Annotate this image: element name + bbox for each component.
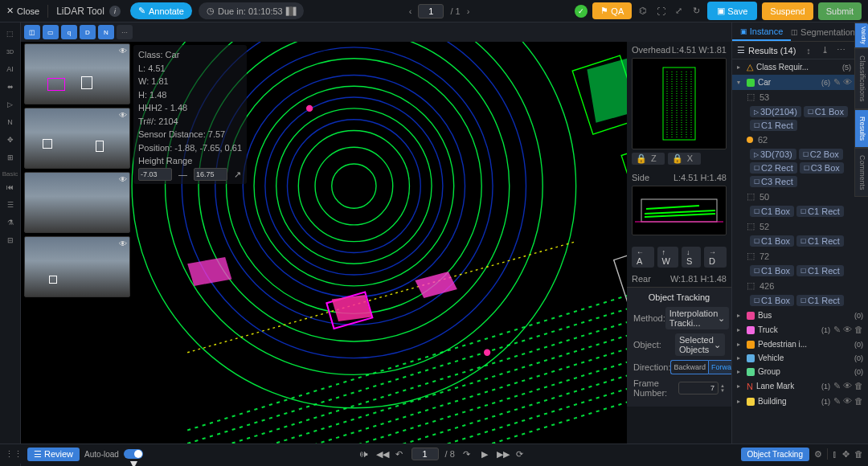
shape-point-icon[interactable]: q: [61, 25, 77, 39]
delete-icon[interactable]: 🗑: [854, 381, 863, 391]
tab-instance[interactable]: ▣ Instance: [732, 22, 791, 41]
edit-icon[interactable]: ✎: [833, 396, 841, 407]
node-class-req[interactable]: ▸ △ Class Requir... (5) ⋯: [732, 59, 868, 75]
tag[interactable]: ☐ C2 Box: [799, 149, 843, 160]
tag[interactable]: ☐ C1 Box: [750, 295, 794, 306]
edit-icon[interactable]: ↗: [234, 168, 241, 182]
edit-icon[interactable]: ✎: [833, 381, 841, 391]
shape-rect-icon[interactable]: ▭: [43, 25, 59, 39]
tag[interactable]: ☐ C1 Rect: [750, 120, 797, 131]
tool-n-icon[interactable]: N: [2, 114, 18, 130]
eye-icon[interactable]: 👁: [843, 325, 852, 335]
next-frame-icon[interactable]: ›: [467, 6, 470, 16]
eye-icon[interactable]: 👁: [843, 396, 852, 407]
tag[interactable]: ☐ C2 Rect: [750, 162, 797, 174]
review-button[interactable]: ☰Review: [27, 448, 80, 461]
side-view[interactable]: [632, 186, 727, 235]
coord-b-input[interactable]: [194, 168, 227, 182]
camera-thumb-4[interactable]: 👁: [24, 236, 130, 297]
pause-icon[interactable]: ❚❚: [286, 6, 296, 16]
object-select[interactable]: Selected Objects⌄: [675, 333, 725, 356]
next-icon[interactable]: ▶▶: [497, 449, 508, 460]
object-tracking-button[interactable]: Object Tracking: [741, 448, 809, 461]
frame-stepper[interactable]: ▲▼: [720, 383, 725, 393]
node-truck[interactable]: ▸Truck(1)✎👁🗑: [732, 322, 868, 337]
shape-n-icon[interactable]: N: [98, 25, 114, 39]
side-tab-results[interactable]: Results: [854, 109, 868, 148]
move2-icon[interactable]: ✥: [842, 449, 850, 460]
submit-button[interactable]: Submit: [818, 2, 862, 20]
instance-53[interactable]: ⬚53: [732, 90, 868, 104]
tag[interactable]: ☐ C3 Rect: [750, 176, 797, 187]
eye-icon[interactable]: 👁: [119, 239, 127, 248]
tool-ai-icon[interactable]: AI: [2, 61, 18, 77]
download-icon[interactable]: ⤓: [818, 45, 831, 55]
frame-input[interactable]: [418, 4, 444, 18]
lidar-canvas[interactable]: 👁 👁 👁 👁 Class: Car: [21, 42, 731, 444]
tool-adjust-icon[interactable]: ⊟: [2, 232, 18, 248]
step-fwd-icon[interactable]: ↷: [461, 449, 473, 460]
annotate-button[interactable]: ✎ Annotate: [130, 2, 192, 19]
instance-50[interactable]: ⬚50: [732, 190, 868, 203]
eye-icon[interactable]: 👁: [843, 77, 852, 88]
coord-a-input[interactable]: [138, 168, 172, 182]
instance-52[interactable]: ⬚52: [732, 219, 868, 233]
tool-menu-icon[interactable]: ☰: [2, 197, 18, 213]
delete-icon[interactable]: 🗑: [854, 325, 863, 335]
instance-62[interactable]: 62: [732, 133, 868, 146]
lock-z-button[interactable]: 🔒Z: [632, 153, 665, 165]
tool-skip-icon[interactable]: ⏮: [2, 179, 18, 195]
eye-icon[interactable]: 👁: [119, 111, 127, 120]
info-icon[interactable]: i: [109, 6, 121, 17]
loop-icon[interactable]: ⟳: [514, 449, 526, 460]
frame-number-input[interactable]: [678, 382, 719, 394]
tab-segmentation[interactable]: ◫ Segmentation: [791, 22, 855, 41]
close-button[interactable]: ✕ Close: [6, 6, 39, 16]
grip-icon[interactable]: ⋮⋮: [5, 449, 23, 460]
save-button[interactable]: ▣Save: [707, 2, 757, 20]
refresh-icon[interactable]: ↻: [690, 6, 702, 16]
trash-icon[interactable]: 🗑: [854, 449, 863, 459]
shape-more-icon[interactable]: ⋯: [117, 25, 133, 39]
more-icon[interactable]: ⋯: [834, 45, 847, 55]
edit-icon[interactable]: ✎: [833, 325, 841, 335]
prev-frame-icon[interactable]: ‹: [409, 6, 412, 16]
tool-move-icon[interactable]: ⬌: [2, 79, 18, 95]
eye-icon[interactable]: 👁: [843, 381, 852, 391]
dir-w-button[interactable]: ↑ W: [657, 247, 678, 268]
side-tab-validity[interactable]: Validity: [854, 22, 868, 48]
node-ped[interactable]: ▸Pedestrian i...(0): [732, 337, 868, 351]
dir-a-button[interactable]: ← A: [632, 247, 654, 268]
instance-426[interactable]: ⬚426: [732, 279, 868, 292]
camera-thumb-1[interactable]: 👁: [24, 43, 130, 104]
tag[interactable]: ☐ C3 Box: [800, 162, 844, 174]
tag[interactable]: ☐ C1 Box: [750, 235, 794, 247]
gear-icon[interactable]: ⚙: [814, 449, 822, 460]
tool-crosshair-icon[interactable]: ✥: [2, 132, 18, 148]
tag[interactable]: ☐ C1 Box: [804, 106, 848, 117]
tool-filter-icon[interactable]: ⚗: [2, 215, 18, 231]
step-back-icon[interactable]: ↶: [394, 449, 405, 460]
tag[interactable]: ☐ C1 Box: [750, 265, 794, 276]
fullscreen-icon[interactable]: ⤢: [672, 6, 685, 16]
node-lane[interactable]: ▸NLane Mark(1)✎👁🗑: [732, 378, 868, 394]
node-car[interactable]: ▾ Car (6) ✎👁🗑: [732, 75, 868, 90]
node-group[interactable]: ▸Group(0): [732, 365, 868, 378]
play-icon[interactable]: ▶: [479, 449, 490, 460]
expand-icon[interactable]: ⛶: [654, 6, 667, 16]
sort-icon[interactable]: ↕: [802, 46, 815, 55]
tag[interactable]: ☐ C1 Rect: [796, 235, 844, 247]
camera-thumb-3[interactable]: 👁: [24, 172, 130, 233]
timeline-frame-input[interactable]: [411, 448, 439, 460]
tag[interactable]: ☐ C1 Rect: [796, 206, 844, 217]
side-tab-comments[interactable]: Comments: [854, 148, 868, 198]
auto-load-toggle[interactable]: [124, 449, 143, 459]
side-tab-classifications[interactable]: Classifications: [854, 48, 868, 109]
camera-thumb-2[interactable]: 👁: [24, 108, 130, 169]
overhead-view[interactable]: [632, 58, 727, 149]
lock-x-button[interactable]: 🔒X: [668, 153, 701, 165]
backward-button[interactable]: Backward: [670, 360, 708, 374]
dir-d-button[interactable]: → D: [704, 247, 727, 268]
eye-icon[interactable]: 👁: [119, 175, 127, 184]
qa-button[interactable]: ⚑QA: [592, 2, 632, 19]
